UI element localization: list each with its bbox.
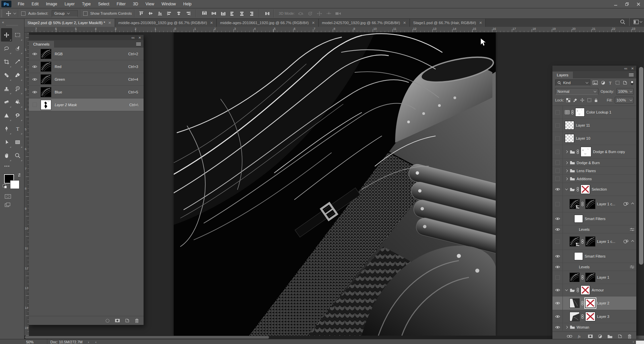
load-channel-as-selection-icon[interactable] (105, 319, 110, 323)
close-tab-icon[interactable]: ✕ (479, 21, 482, 25)
new-layer-icon[interactable] (618, 334, 622, 338)
horizontal-scrollbar-thumb[interactable] (25, 336, 269, 339)
blend-mode-dropdown[interactable]: Normal (555, 88, 598, 95)
layer-row[interactable]: Layer 1 c... (552, 196, 636, 212)
align-top-edges-icon[interactable] (137, 10, 145, 17)
align-left-edges-icon[interactable] (165, 10, 173, 17)
distribute-spacing-icon[interactable] (263, 10, 271, 17)
spot-healing-brush-tool[interactable] (1, 68, 12, 82)
visibility-eye-icon[interactable] (552, 323, 563, 331)
distribute-right-edges-icon[interactable] (247, 10, 255, 17)
crop-tool[interactable] (1, 55, 12, 68)
channels-tab[interactable]: Channels (29, 41, 54, 48)
layer-row[interactable]: Additions (552, 175, 636, 183)
menu-image[interactable]: Image (42, 0, 61, 8)
channel-row[interactable]: RGBCtrl+2 (29, 48, 144, 60)
layer-row[interactable]: Color Lookup 1 (552, 106, 636, 119)
layer-row[interactable]: Dodge & Burn copy (552, 145, 636, 159)
layers-tab[interactable]: Layers (552, 72, 573, 78)
visibility-empty-box[interactable] (552, 106, 563, 119)
delete-layer-icon[interactable] (628, 334, 632, 339)
panel-expand-icon[interactable]: › (633, 340, 634, 344)
levels-adjustment-icon[interactable] (630, 265, 634, 269)
align-horizontal-centers-icon[interactable] (175, 10, 183, 17)
eyedropper-tool[interactable] (12, 55, 23, 68)
channel-row[interactable]: BlueCtrl+5 (29, 86, 144, 98)
brush-tool[interactable] (12, 68, 23, 82)
visibility-empty-box[interactable] (552, 196, 563, 212)
visibility-empty-box[interactable] (552, 167, 563, 175)
visibility-eye-icon[interactable] (32, 90, 37, 94)
workspace-icon[interactable] (632, 18, 640, 25)
layer-row[interactable]: Layer 1 (552, 271, 636, 284)
group-collapsed-chevron-icon[interactable] (565, 170, 568, 172)
visibility-eye-icon[interactable] (552, 296, 563, 310)
close-tab-icon[interactable]: ✕ (210, 21, 213, 25)
close-panel-icon[interactable]: ✕ (631, 67, 634, 70)
quick-mask-icon[interactable] (5, 194, 11, 199)
pen-tool[interactable] (1, 122, 12, 135)
slide-3d-camera-icon[interactable] (325, 10, 333, 17)
visibility-eye-icon[interactable] (552, 183, 563, 196)
menu-layer[interactable]: Layer (61, 0, 78, 8)
shape-layer-filter-icon[interactable] (615, 81, 620, 85)
collapse-toolbar-icon[interactable]: « (2, 20, 24, 24)
group-collapsed-chevron-icon[interactable] (565, 151, 568, 153)
visibility-empty-box[interactable] (552, 145, 563, 158)
eraser-tool[interactable] (1, 95, 12, 109)
new-channel-icon[interactable] (125, 319, 129, 323)
dodge-tool[interactable] (12, 109, 23, 122)
layer-row[interactable]: Layer 2 (552, 296, 636, 310)
show-transform-group[interactable]: Show Transform Controls (83, 11, 132, 16)
auto-select-group[interactable]: Auto-Select: Group (21, 10, 78, 17)
edit-toolbar-icon[interactable] (3, 163, 11, 169)
visibility-empty-box[interactable] (552, 271, 563, 284)
layer-row[interactable]: Levels (552, 225, 636, 233)
tool-preset-chevron-icon[interactable] (13, 11, 16, 14)
auto-select-target-dropdown[interactable]: Group (52, 10, 78, 17)
layer-row[interactable]: Smart Filters (552, 250, 636, 263)
visibility-eye-icon[interactable] (552, 284, 563, 296)
orbit-3d-camera-icon[interactable] (297, 10, 305, 17)
layer-row[interactable]: Smart Filters (552, 212, 636, 225)
add-layer-mask-icon[interactable] (588, 335, 593, 338)
distribute-vertical-centers-icon[interactable] (210, 10, 218, 17)
filter-toggle-icon[interactable] (631, 80, 634, 85)
align-bottom-edges-icon[interactable] (156, 10, 164, 17)
new-group-icon[interactable] (607, 335, 612, 338)
distribute-left-edges-icon[interactable] (228, 10, 236, 17)
type-tool[interactable]: T (12, 122, 23, 135)
document-tab[interactable]: Stage2.psd @ 50% (Layer 2, Layer Mask/8)… (24, 19, 115, 27)
lock-position-icon[interactable] (580, 98, 584, 102)
default-colors-icon[interactable] (3, 184, 7, 189)
visibility-eye-icon[interactable] (552, 225, 563, 233)
layer-row[interactable]: Woman (552, 323, 636, 331)
default-3d-camera-icon[interactable] (334, 10, 342, 17)
workspace-chevron-icon[interactable] (640, 20, 642, 22)
align-right-edges-icon[interactable] (184, 10, 192, 17)
close-tab-icon[interactable]: ✕ (108, 21, 111, 25)
close-tab-icon[interactable]: ✕ (312, 21, 315, 25)
menu-select[interactable]: Select (94, 0, 113, 8)
document-tab[interactable]: middle-ages-2010661_1920.jpg @ 66.7% (RG… (217, 19, 318, 27)
move-tool-icon[interactable] (4, 10, 12, 17)
quick-selection-tool[interactable] (12, 42, 23, 55)
channel-row[interactable]: GreenCtrl+4 (29, 73, 144, 86)
layer-row[interactable]: Layer 1 c... (552, 233, 636, 250)
delete-channel-icon[interactable] (135, 319, 139, 323)
show-transform-checkbox[interactable] (83, 11, 88, 16)
lock-artboard-icon[interactable] (587, 98, 591, 102)
distribute-top-edges-icon[interactable] (200, 10, 208, 17)
restore-window-button[interactable] (621, 0, 633, 8)
group-collapsed-chevron-icon[interactable] (565, 326, 568, 328)
adjustment-layer-filter-icon[interactable] (601, 81, 605, 85)
layer-row[interactable]: Layer 3 (552, 310, 636, 323)
screen-mode-icon[interactable] (5, 203, 10, 207)
history-brush-tool[interactable] (12, 82, 23, 95)
menu-file[interactable]: File (14, 0, 28, 8)
clone-stamp-tool[interactable] (1, 82, 12, 95)
lasso-tool[interactable] (1, 42, 12, 55)
status-next-icon[interactable]: › (88, 339, 89, 344)
visibility-eye-icon[interactable] (552, 212, 563, 225)
visibility-eye-icon[interactable] (32, 77, 37, 81)
